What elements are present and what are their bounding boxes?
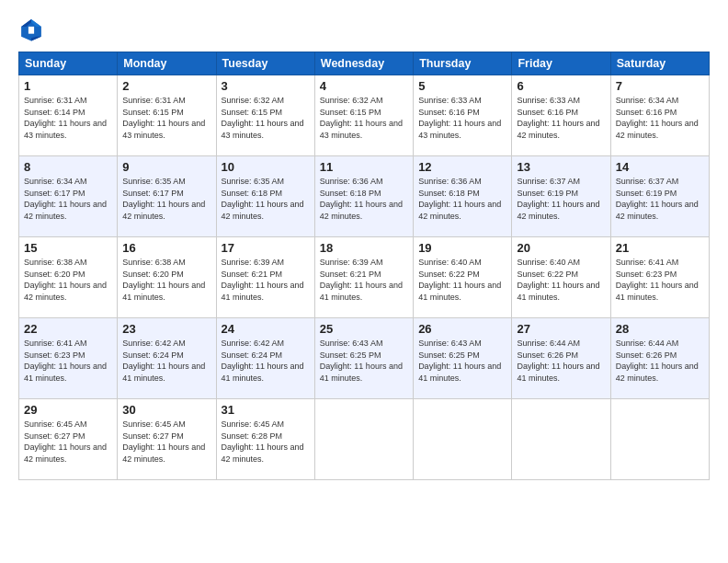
day-info: Sunrise: 6:42 AM Sunset: 6:24 PM Dayligh… — [122, 338, 210, 384]
day-cell: 21 Sunrise: 6:41 AM Sunset: 6:23 PM Dayl… — [610, 237, 709, 318]
day-cell: 26 Sunrise: 6:43 AM Sunset: 6:25 PM Dayl… — [414, 318, 512, 399]
day-info: Sunrise: 6:39 AM Sunset: 6:21 PM Dayligh… — [320, 257, 408, 303]
day-number: 6 — [517, 79, 605, 93]
day-number: 30 — [122, 403, 210, 417]
weekday-tuesday: Tuesday — [216, 52, 314, 75]
day-number: 17 — [222, 241, 310, 255]
day-number: 5 — [418, 79, 506, 93]
day-cell: 16 Sunrise: 6:38 AM Sunset: 6:20 PM Dayl… — [118, 237, 216, 318]
day-number: 23 — [122, 322, 210, 336]
day-info: Sunrise: 6:33 AM Sunset: 6:16 PM Dayligh… — [418, 95, 506, 141]
day-cell: 1 Sunrise: 6:31 AM Sunset: 6:14 PM Dayli… — [19, 75, 118, 156]
day-number: 10 — [222, 160, 310, 174]
week-row-2: 8 Sunrise: 6:34 AM Sunset: 6:17 PM Dayli… — [19, 156, 710, 237]
day-cell: 7 Sunrise: 6:34 AM Sunset: 6:16 PM Dayli… — [610, 75, 709, 156]
day-info: Sunrise: 6:32 AM Sunset: 6:15 PM Dayligh… — [320, 95, 408, 141]
day-cell: 22 Sunrise: 6:41 AM Sunset: 6:23 PM Dayl… — [19, 318, 118, 399]
day-number: 8 — [24, 160, 112, 174]
day-number: 26 — [418, 322, 506, 336]
day-cell: 14 Sunrise: 6:37 AM Sunset: 6:19 PM Dayl… — [610, 156, 709, 237]
day-number: 7 — [616, 79, 704, 93]
day-cell — [512, 399, 610, 480]
day-info: Sunrise: 6:38 AM Sunset: 6:20 PM Dayligh… — [122, 257, 210, 303]
day-number: 29 — [24, 403, 112, 417]
day-cell: 30 Sunrise: 6:45 AM Sunset: 6:27 PM Dayl… — [118, 399, 216, 480]
day-number: 4 — [320, 79, 408, 93]
day-info: Sunrise: 6:44 AM Sunset: 6:26 PM Dayligh… — [517, 338, 605, 384]
day-info: Sunrise: 6:39 AM Sunset: 6:21 PM Dayligh… — [222, 257, 310, 303]
day-cell: 6 Sunrise: 6:33 AM Sunset: 6:16 PM Dayli… — [512, 75, 610, 156]
day-number: 1 — [24, 79, 112, 93]
day-cell: 17 Sunrise: 6:39 AM Sunset: 6:21 PM Dayl… — [216, 237, 314, 318]
day-info: Sunrise: 6:45 AM Sunset: 6:28 PM Dayligh… — [222, 419, 310, 465]
day-cell: 10 Sunrise: 6:35 AM Sunset: 6:18 PM Dayl… — [216, 156, 314, 237]
day-number: 9 — [122, 160, 210, 174]
day-info: Sunrise: 6:36 AM Sunset: 6:18 PM Dayligh… — [320, 176, 408, 222]
day-number: 28 — [616, 322, 704, 336]
day-info: Sunrise: 6:44 AM Sunset: 6:26 PM Dayligh… — [616, 338, 704, 384]
day-info: Sunrise: 6:40 AM Sunset: 6:22 PM Dayligh… — [517, 257, 605, 303]
calendar-table: SundayMondayTuesdayWednesdayThursdayFrid… — [18, 52, 710, 480]
week-row-5: 29 Sunrise: 6:45 AM Sunset: 6:27 PM Dayl… — [19, 399, 710, 480]
day-cell: 8 Sunrise: 6:34 AM Sunset: 6:17 PM Dayli… — [19, 156, 118, 237]
day-info: Sunrise: 6:45 AM Sunset: 6:27 PM Dayligh… — [122, 419, 210, 465]
day-number: 24 — [222, 322, 310, 336]
day-number: 11 — [320, 160, 408, 174]
day-info: Sunrise: 6:34 AM Sunset: 6:17 PM Dayligh… — [24, 176, 112, 222]
day-info: Sunrise: 6:41 AM Sunset: 6:23 PM Dayligh… — [616, 257, 704, 303]
day-cell: 11 Sunrise: 6:36 AM Sunset: 6:18 PM Dayl… — [314, 156, 413, 237]
day-cell — [414, 399, 512, 480]
day-info: Sunrise: 6:35 AM Sunset: 6:17 PM Dayligh… — [122, 176, 210, 222]
day-cell: 24 Sunrise: 6:42 AM Sunset: 6:24 PM Dayl… — [216, 318, 314, 399]
day-info: Sunrise: 6:31 AM Sunset: 6:14 PM Dayligh… — [24, 95, 112, 141]
weekday-friday: Friday — [512, 52, 610, 75]
day-cell: 31 Sunrise: 6:45 AM Sunset: 6:28 PM Dayl… — [216, 399, 314, 480]
day-cell: 13 Sunrise: 6:37 AM Sunset: 6:19 PM Dayl… — [512, 156, 610, 237]
day-info: Sunrise: 6:35 AM Sunset: 6:18 PM Dayligh… — [222, 176, 310, 222]
header — [18, 17, 710, 42]
day-number: 21 — [616, 241, 704, 255]
day-info: Sunrise: 6:36 AM Sunset: 6:18 PM Dayligh… — [418, 176, 506, 222]
weekday-sunday: Sunday — [19, 52, 118, 75]
day-info: Sunrise: 6:43 AM Sunset: 6:25 PM Dayligh… — [320, 338, 408, 384]
day-cell — [610, 399, 709, 480]
day-cell: 12 Sunrise: 6:36 AM Sunset: 6:18 PM Dayl… — [414, 156, 512, 237]
weekday-wednesday: Wednesday — [314, 52, 413, 75]
day-number: 27 — [517, 322, 605, 336]
day-cell: 19 Sunrise: 6:40 AM Sunset: 6:22 PM Dayl… — [414, 237, 512, 318]
day-number: 31 — [222, 403, 310, 417]
day-number: 16 — [122, 241, 210, 255]
day-cell: 5 Sunrise: 6:33 AM Sunset: 6:16 PM Dayli… — [414, 75, 512, 156]
week-row-1: 1 Sunrise: 6:31 AM Sunset: 6:14 PM Dayli… — [19, 75, 710, 156]
week-row-4: 22 Sunrise: 6:41 AM Sunset: 6:23 PM Dayl… — [19, 318, 710, 399]
weekday-thursday: Thursday — [414, 52, 512, 75]
logo-icon — [18, 17, 44, 42]
day-info: Sunrise: 6:40 AM Sunset: 6:22 PM Dayligh… — [418, 257, 506, 303]
day-cell: 18 Sunrise: 6:39 AM Sunset: 6:21 PM Dayl… — [314, 237, 413, 318]
day-cell: 4 Sunrise: 6:32 AM Sunset: 6:15 PM Dayli… — [314, 75, 413, 156]
day-cell: 25 Sunrise: 6:43 AM Sunset: 6:25 PM Dayl… — [314, 318, 413, 399]
day-number: 25 — [320, 322, 408, 336]
day-number: 12 — [418, 160, 506, 174]
day-info: Sunrise: 6:33 AM Sunset: 6:16 PM Dayligh… — [517, 95, 605, 141]
day-cell: 23 Sunrise: 6:42 AM Sunset: 6:24 PM Dayl… — [118, 318, 216, 399]
day-number: 15 — [24, 241, 112, 255]
day-cell: 9 Sunrise: 6:35 AM Sunset: 6:17 PM Dayli… — [118, 156, 216, 237]
svg-rect-4 — [28, 27, 34, 34]
day-number: 13 — [517, 160, 605, 174]
day-number: 19 — [418, 241, 506, 255]
day-cell: 29 Sunrise: 6:45 AM Sunset: 6:27 PM Dayl… — [19, 399, 118, 480]
day-cell: 2 Sunrise: 6:31 AM Sunset: 6:15 PM Dayli… — [118, 75, 216, 156]
logo — [18, 17, 48, 42]
day-cell: 15 Sunrise: 6:38 AM Sunset: 6:20 PM Dayl… — [19, 237, 118, 318]
day-info: Sunrise: 6:38 AM Sunset: 6:20 PM Dayligh… — [24, 257, 112, 303]
weekday-saturday: Saturday — [610, 52, 709, 75]
day-cell: 3 Sunrise: 6:32 AM Sunset: 6:15 PM Dayli… — [216, 75, 314, 156]
day-number: 18 — [320, 241, 408, 255]
day-number: 22 — [24, 322, 112, 336]
day-info: Sunrise: 6:31 AM Sunset: 6:15 PM Dayligh… — [122, 95, 210, 141]
day-cell: 20 Sunrise: 6:40 AM Sunset: 6:22 PM Dayl… — [512, 237, 610, 318]
page: SundayMondayTuesdayWednesdayThursdayFrid… — [0, 0, 728, 563]
day-info: Sunrise: 6:41 AM Sunset: 6:23 PM Dayligh… — [24, 338, 112, 384]
day-info: Sunrise: 6:37 AM Sunset: 6:19 PM Dayligh… — [517, 176, 605, 222]
